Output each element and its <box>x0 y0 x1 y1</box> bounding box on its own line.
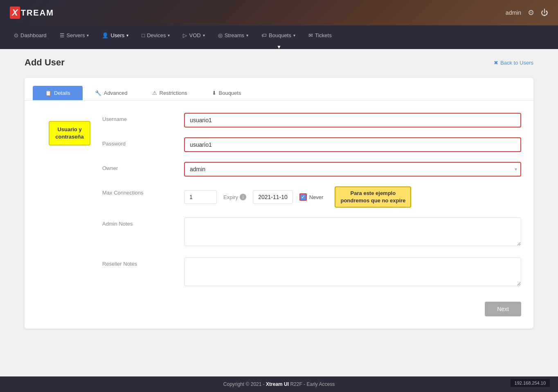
admin-notes-textarea[interactable] <box>184 217 521 246</box>
footer-brand: Xtream UI <box>266 381 289 387</box>
admin-notes-label: Admin Notes <box>102 217 184 227</box>
nav-label-tickets: Tickets <box>315 32 332 38</box>
tab-restrictions[interactable]: ⚠ Restrictions <box>140 86 200 100</box>
restrictions-tab-icon: ⚠ <box>152 90 157 96</box>
nav-label-streams: Streams <box>225 32 244 38</box>
username-row: Username <box>102 113 521 128</box>
next-button[interactable]: Next <box>485 302 521 316</box>
form-body: Usuario y contraseña Username Password <box>25 101 533 329</box>
logo-text: TREAM <box>21 8 54 18</box>
footer-ip: 192.168.254.10 <box>511 379 550 387</box>
nav-label-servers: Servers <box>67 32 85 38</box>
main-content: Add User ✖ Back to Users 📋 Details 🔧 Adv… <box>0 49 558 376</box>
nav-label-devices: Devices <box>147 32 166 38</box>
username-input[interactable] <box>184 113 521 128</box>
footer-version: R22F - Early Access <box>290 381 335 387</box>
password-input[interactable] <box>184 137 521 152</box>
chevron-down-icon: ▾ <box>168 33 170 38</box>
page-title: Add User <box>25 57 65 68</box>
nav-label-vod: VOD <box>189 32 200 38</box>
tab-details[interactable]: 📋 Details <box>33 86 83 100</box>
max-connections-label: Max Connections <box>102 186 184 196</box>
chevron-down-icon: ▾ <box>246 33 248 38</box>
nav-caret-container: ▼ <box>0 45 558 49</box>
chevron-down-icon: ▾ <box>203 33 205 38</box>
details-tab-icon: 📋 <box>45 90 52 96</box>
username-control <box>184 113 521 128</box>
expiry-note-line2: pondremos que no expire <box>340 197 405 204</box>
max-connections-row: Max Connections Expiry i 2021-11-10 <box>102 186 521 208</box>
footer-wrapper: Copyright © 2021 - Xtream UI R22F - Earl… <box>0 376 558 392</box>
bouquets-icon: 🏷 <box>261 32 267 38</box>
streams-icon: ◎ <box>218 32 223 38</box>
username-label: Username <box>102 113 184 122</box>
nav-item-tickets[interactable]: ✉ Tickets <box>303 29 338 42</box>
advanced-tab-icon: 🔧 <box>95 90 101 96</box>
users-icon: 👤 <box>102 32 108 38</box>
vod-icon: ▷ <box>183 32 187 38</box>
advanced-tab-label: Advanced <box>104 90 128 96</box>
owner-label: Owner <box>102 162 184 171</box>
reseller-notes-textarea[interactable] <box>184 258 521 286</box>
admin-notes-row: Admin Notes <box>102 217 521 248</box>
nav-item-vod[interactable]: ▷ VOD ▾ <box>177 29 210 42</box>
footer-copyright: Copyright © 2021 - <box>223 381 266 387</box>
nav-item-servers[interactable]: ☰ Servers ▾ <box>54 29 95 42</box>
connections-row-inner: Expiry i 2021-11-10 ✓ Never <box>184 186 521 208</box>
admin-notes-control <box>184 217 521 248</box>
owner-control: admin ▾ <box>184 162 521 177</box>
expiry-info-icon[interactable]: i <box>240 194 246 200</box>
form-footer: Next <box>102 298 521 320</box>
devices-icon: □ <box>142 32 145 38</box>
left-annotation-area: Usuario y contraseña <box>37 113 102 320</box>
nav-label-bouquets: Bouquets <box>269 32 291 38</box>
nav-label-dashboard: Dashboard <box>20 32 47 38</box>
reseller-notes-row: Reseller Notes <box>102 258 521 288</box>
gear-icon[interactable]: ⚙ <box>528 8 534 17</box>
form-with-annotations: Usuario y contraseña Username Password <box>37 113 521 320</box>
navbar: ⊙ Dashboard ☰ Servers ▾ 👤 Users ▾ □ Devi… <box>0 25 558 45</box>
servers-icon: ☰ <box>60 32 65 38</box>
nav-label-users: Users <box>110 32 124 38</box>
expiry-annotation: Para este ejemplo pondremos que no expir… <box>335 186 411 208</box>
reseller-notes-control <box>184 258 521 288</box>
chevron-down-icon: ▾ <box>126 33 128 38</box>
tab-bouquets[interactable]: ⬇ Bouquets <box>200 86 254 100</box>
back-to-users-link[interactable]: ✖ Back to Users <box>494 60 533 66</box>
tickets-icon: ✉ <box>308 32 313 38</box>
nav-item-bouquets[interactable]: 🏷 Bouquets ▾ <box>256 29 301 42</box>
back-link-text: Back to Users <box>500 60 533 66</box>
expiry-date-field[interactable]: 2021-11-10 <box>253 190 293 204</box>
never-label: Never <box>309 194 324 200</box>
power-icon[interactable]: ⏻ <box>541 9 548 17</box>
header: X TREAM admin ⚙ ⏻ <box>0 0 558 25</box>
password-row: Password <box>102 137 521 152</box>
expiry-label: Expiry i <box>223 194 246 200</box>
bouquets-tab-label: Bouquets <box>219 90 241 96</box>
users-dropdown-caret: ▼ <box>277 45 281 49</box>
max-connections-input[interactable] <box>184 190 217 204</box>
reseller-notes-label: Reseller Notes <box>102 258 184 267</box>
form-card: 📋 Details 🔧 Advanced ⚠ Restrictions ⬇ Bo… <box>25 78 533 329</box>
back-icon: ✖ <box>494 60 498 66</box>
bouquets-tab-icon: ⬇ <box>212 90 216 96</box>
restrictions-tab-label: Restrictions <box>160 90 187 96</box>
nav-item-devices[interactable]: □ Devices ▾ <box>136 29 176 42</box>
max-connections-control: Expiry i 2021-11-10 ✓ Never <box>184 186 521 208</box>
expiry-note-line1: Para este ejemplo <box>340 190 405 197</box>
owner-select[interactable]: admin <box>184 162 521 177</box>
nav-item-streams[interactable]: ◎ Streams ▾ <box>212 29 254 42</box>
nav-item-users[interactable]: 👤 Users ▾ <box>96 29 134 42</box>
page-header: Add User ✖ Back to Users <box>25 57 533 68</box>
tab-advanced[interactable]: 🔧 Advanced <box>83 86 140 100</box>
admin-label: admin <box>506 9 521 16</box>
expiry-text: Expiry <box>223 194 238 200</box>
dashboard-icon: ⊙ <box>14 32 18 38</box>
password-label: Password <box>102 137 184 147</box>
nav-item-dashboard[interactable]: ⊙ Dashboard <box>8 29 52 42</box>
never-checkbox[interactable]: ✓ <box>299 193 307 201</box>
header-right: admin ⚙ ⏻ <box>506 8 548 17</box>
logo: X TREAM <box>10 7 54 19</box>
footer: Copyright © 2021 - Xtream UI R22F - Earl… <box>0 376 558 392</box>
password-control <box>184 137 521 152</box>
